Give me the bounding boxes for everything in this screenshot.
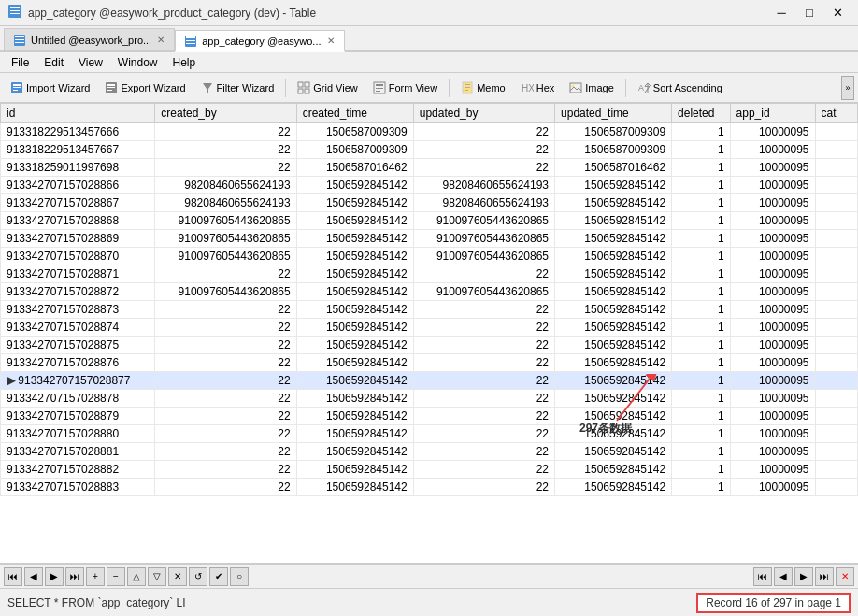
cell-created_by[interactable]: 22: [155, 337, 296, 354]
cell-created_by[interactable]: 22: [155, 354, 296, 372]
cell-updated_by[interactable]: 22: [413, 301, 554, 319]
cell-app_id[interactable]: 10000095: [730, 194, 815, 212]
cell-updated_time[interactable]: 1506587009309: [555, 141, 672, 159]
col-header-deleted[interactable]: deleted: [672, 104, 731, 123]
cell-cat[interactable]: [815, 265, 858, 283]
cell-created_time[interactable]: 1506587016462: [296, 159, 413, 177]
cell-id[interactable]: 913342707157028869: [1, 230, 155, 248]
cell-deleted[interactable]: 1: [672, 408, 731, 425]
cell-id[interactable]: 913342707157028875: [1, 337, 155, 354]
cell-app_id[interactable]: 10000095: [730, 265, 815, 283]
nav-end-3[interactable]: ▶: [794, 567, 813, 586]
cell-cat[interactable]: [815, 159, 858, 177]
table-row[interactable]: 9133182295134576662215065870093092215065…: [1, 123, 858, 141]
table-row[interactable]: ▶ 91334270715702887722150659284514222150…: [1, 372, 858, 390]
menu-window[interactable]: Window: [110, 54, 165, 71]
cell-updated_time[interactable]: 1506592845142: [555, 425, 672, 443]
cell-updated_time[interactable]: 1506592845142: [555, 408, 672, 425]
filter-wizard-button[interactable]: Filter Wizard: [194, 76, 281, 100]
cell-updated_time[interactable]: 1506592845142: [555, 177, 672, 194]
nav-delete-button[interactable]: −: [107, 567, 125, 586]
cell-updated_time[interactable]: 1506587016462: [555, 159, 672, 177]
cell-updated_time[interactable]: 1506592845142: [555, 443, 672, 461]
cell-deleted[interactable]: 1: [672, 212, 731, 230]
cell-created_time[interactable]: 1506592845142: [296, 443, 413, 461]
nav-end-5[interactable]: ✕: [836, 567, 854, 586]
nav-first-button[interactable]: ⏮: [4, 567, 22, 586]
cell-app_id[interactable]: 10000095: [730, 159, 815, 177]
cell-created_by[interactable]: 22: [155, 461, 296, 479]
cell-id[interactable]: 913342707157028883: [1, 479, 155, 496]
cell-created_time[interactable]: 1506592845142: [296, 265, 413, 283]
table-container[interactable]: id created_by created_time updated_by up…: [0, 103, 858, 564]
cell-cat[interactable]: [815, 461, 858, 479]
cell-updated_time[interactable]: 1506587009309: [555, 123, 672, 141]
cell-deleted[interactable]: 1: [672, 425, 731, 443]
cell-cat[interactable]: [815, 141, 858, 159]
tab-untitled[interactable]: Untitled @easywork_pro... ✕: [4, 28, 175, 50]
cell-deleted[interactable]: 1: [672, 319, 731, 337]
image-button[interactable]: Image: [563, 76, 621, 100]
table-row[interactable]: 9133427071570288679820846065562419315065…: [1, 194, 858, 212]
tab-app-category[interactable]: app_category @easywo... ✕: [175, 30, 344, 52]
cell-id[interactable]: 913342707157028879: [1, 408, 155, 425]
table-row[interactable]: 9133427071570288752215065928451422215065…: [1, 337, 858, 354]
cell-updated_by[interactable]: 98208460655624193: [413, 194, 554, 212]
cell-id[interactable]: 913342707157028867: [1, 194, 155, 212]
cell-created_time[interactable]: 1506592845142: [296, 212, 413, 230]
cell-updated_time[interactable]: 1506592845142: [555, 212, 672, 230]
cell-created_time[interactable]: 1506592845142: [296, 372, 413, 390]
cell-cat[interactable]: [815, 283, 858, 301]
cell-deleted[interactable]: 1: [672, 248, 731, 265]
cell-updated_time[interactable]: 1506592845142: [555, 390, 672, 408]
cell-created_by[interactable]: 22: [155, 141, 296, 159]
cell-created_by[interactable]: 22: [155, 123, 296, 141]
cell-created_time[interactable]: 1506587009309: [296, 123, 413, 141]
cell-deleted[interactable]: 1: [672, 301, 731, 319]
cell-cat[interactable]: [815, 301, 858, 319]
nav-info-button[interactable]: ○: [230, 567, 249, 586]
cell-created_time[interactable]: 1506592845142: [296, 248, 413, 265]
table-row[interactable]: 9133427071570288802215065928451422215065…: [1, 425, 858, 443]
cell-created_by[interactable]: 22: [155, 265, 296, 283]
cell-updated_time[interactable]: 1506592845142: [555, 461, 672, 479]
cell-updated_by[interactable]: 22: [413, 354, 554, 372]
cell-updated_time[interactable]: 1506592845142: [555, 319, 672, 337]
nav-apply-button[interactable]: ✔: [209, 567, 228, 586]
cell-created_time[interactable]: 1506592845142: [296, 425, 413, 443]
cell-updated_time[interactable]: 1506592845142: [555, 372, 672, 390]
cell-cat[interactable]: [815, 408, 858, 425]
menu-file[interactable]: File: [4, 54, 36, 71]
table-row[interactable]: 9133427071570288669820846065562419315065…: [1, 177, 858, 194]
cell-id[interactable]: 913342707157028882: [1, 461, 155, 479]
cell-deleted[interactable]: 1: [672, 354, 731, 372]
cell-app_id[interactable]: 10000095: [730, 461, 815, 479]
cell-updated_by[interactable]: 22: [413, 265, 554, 283]
cell-created_by[interactable]: 22: [155, 425, 296, 443]
table-row[interactable]: 9133427071570288712215065928451422215065…: [1, 265, 858, 283]
form-view-button[interactable]: Form View: [366, 76, 444, 100]
menu-help[interactable]: Help: [165, 54, 204, 71]
cell-updated_by[interactable]: 910097605443620865: [413, 248, 554, 265]
cell-id[interactable]: 913318229513457666: [1, 123, 155, 141]
col-header-created-by[interactable]: created_by: [155, 104, 296, 123]
cell-id[interactable]: 913342707157028866: [1, 177, 155, 194]
cell-app_id[interactable]: 10000095: [730, 319, 815, 337]
cell-cat[interactable]: [815, 123, 858, 141]
cell-app_id[interactable]: 10000095: [730, 443, 815, 461]
table-row[interactable]: 9133427071570288762215065928451422215065…: [1, 354, 858, 372]
table-row[interactable]: 9133182295134576672215065870093092215065…: [1, 141, 858, 159]
cell-created_by[interactable]: 910097605443620865: [155, 283, 296, 301]
cell-created_by[interactable]: 22: [155, 479, 296, 496]
cell-created_by[interactable]: 910097605443620865: [155, 230, 296, 248]
cell-id[interactable]: 913342707157028872: [1, 283, 155, 301]
cell-id[interactable]: 913342707157028878: [1, 390, 155, 408]
maximize-button[interactable]: □: [796, 3, 822, 23]
cell-created_by[interactable]: 22: [155, 390, 296, 408]
nav-end-4[interactable]: ⏭: [815, 567, 834, 586]
cell-deleted[interactable]: 1: [672, 390, 731, 408]
table-row[interactable]: 9133427071570288782215065928451422215065…: [1, 390, 858, 408]
memo-button[interactable]: Memo: [454, 76, 512, 100]
cell-updated_by[interactable]: 22: [413, 390, 554, 408]
table-row[interactable]: 9133182590119976982215065870164622215065…: [1, 159, 858, 177]
